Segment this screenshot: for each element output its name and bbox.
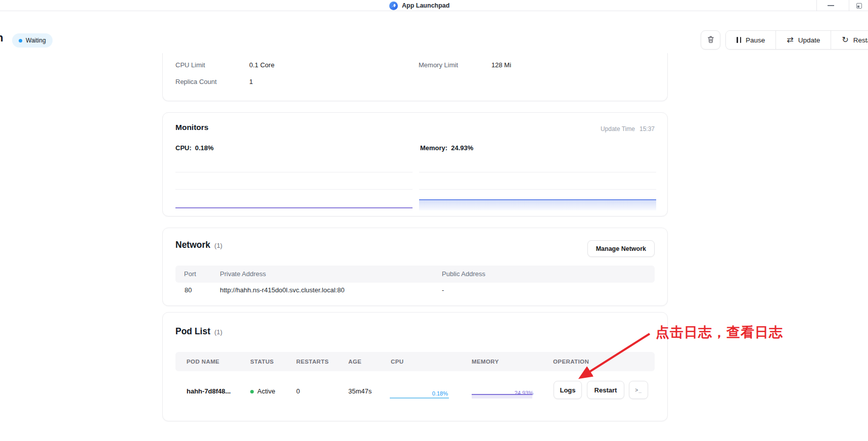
delete-app-button[interactable] bbox=[701, 30, 720, 50]
private-address-value: http://hahh.ns-r415do0l.svc.cluster.loca… bbox=[220, 283, 344, 298]
update-label: Update bbox=[798, 36, 820, 44]
gridline bbox=[175, 189, 413, 190]
status-badge-label: Waiting bbox=[26, 37, 46, 44]
monitors-update-time: Update Time 15:37 bbox=[601, 125, 655, 133]
window-minimize-button[interactable] bbox=[820, 0, 841, 11]
manage-network-button[interactable]: Manage Network bbox=[587, 240, 655, 257]
window-title-bar: App Launchpad bbox=[0, 0, 868, 11]
monitors-card: Monitors Update Time 15:37 CPU: 0.18% Me… bbox=[162, 112, 668, 216]
cpu-sparkline-value: 0.18% bbox=[432, 390, 448, 396]
update-button[interactable]: ⇄ Update bbox=[776, 31, 831, 49]
status-badge: Waiting bbox=[12, 33, 53, 48]
app-title: App Launchpad bbox=[402, 2, 449, 9]
active-status-dot-icon bbox=[250, 390, 254, 393]
cpu-metric: CPU: 0.18% bbox=[175, 144, 214, 152]
memory-monitor-chart bbox=[419, 155, 656, 210]
update-time-label: Update Time bbox=[601, 125, 635, 133]
window-restore-button[interactable] bbox=[850, 0, 867, 11]
pod-list-card: Pod List (1) POD NAME STATUS RESTARTS AG… bbox=[162, 312, 668, 421]
monitors-title: Monitors bbox=[175, 123, 208, 132]
terminal-button[interactable]: >_ bbox=[629, 381, 648, 399]
port-value: 80 bbox=[185, 283, 192, 298]
replica-count-label: Replica Count bbox=[175, 78, 217, 85]
memory-chart-area-fill bbox=[419, 200, 656, 210]
titlebar-divider bbox=[849, 0, 849, 11]
pod-list-title: Pod List bbox=[175, 326, 210, 337]
app-actions-group: Pause ⇄ Update ↻ Restart bbox=[725, 30, 868, 50]
pause-icon bbox=[737, 37, 741, 43]
cpu-sparkline-line bbox=[390, 398, 449, 399]
memory-limit-value: 128 Mi bbox=[491, 61, 511, 69]
age-column-header: AGE bbox=[348, 352, 361, 371]
pod-cpu-sparkline: 0.18% bbox=[390, 383, 449, 400]
memory-metric-value: 24.93% bbox=[451, 144, 473, 152]
status-dot-icon bbox=[19, 39, 22, 42]
public-address-column-header: Public Address bbox=[442, 266, 485, 283]
network-card: Network (1) Manage Network Port Private … bbox=[162, 228, 668, 306]
memory-sparkline-value: 24.93% bbox=[515, 390, 533, 396]
app-launchpad-window: App Launchpad h Waiting Pause ⇄ Update ↻ bbox=[0, 0, 868, 441]
restart-button[interactable]: ↻ Restart bbox=[831, 31, 868, 49]
cpu-metric-label: CPU: bbox=[175, 144, 192, 152]
pod-list-count: (1) bbox=[214, 328, 222, 336]
pod-name-column-header: POD NAME bbox=[187, 352, 219, 371]
titlebar-divider bbox=[816, 0, 817, 11]
network-title: Network bbox=[175, 240, 210, 250]
pod-table-header: POD NAME STATUS RESTARTS AGE CPU MEMORY … bbox=[175, 352, 655, 371]
cpu-metric-value: 0.18% bbox=[195, 144, 214, 152]
pod-status: Active bbox=[250, 386, 275, 396]
cpu-limit-label: CPU Limit bbox=[175, 61, 205, 69]
trash-icon bbox=[707, 35, 715, 45]
restart-label: Restart bbox=[853, 36, 868, 44]
pod-memory-sparkline: 24.93% bbox=[472, 383, 532, 400]
network-title-group: Network (1) bbox=[175, 240, 222, 250]
app-title-group: App Launchpad bbox=[389, 1, 449, 11]
memory-metric-label: Memory: bbox=[420, 144, 447, 152]
logs-button[interactable]: Logs bbox=[554, 381, 582, 399]
gridline bbox=[419, 189, 656, 190]
cpu-limit-value: 0.1 Core bbox=[249, 61, 275, 69]
public-address-value: - bbox=[442, 283, 444, 298]
memory-limit-label: Memory Limit bbox=[419, 61, 458, 69]
minimize-icon bbox=[828, 5, 834, 6]
status-column-header: STATUS bbox=[250, 352, 274, 371]
app-name-partial: h bbox=[0, 31, 3, 45]
update-arrows-icon: ⇄ bbox=[787, 36, 793, 44]
memory-chart-line bbox=[419, 199, 656, 200]
restart-icon: ↻ bbox=[842, 36, 848, 44]
network-count: (1) bbox=[214, 242, 222, 249]
operation-column-header: OPERATION bbox=[553, 352, 589, 371]
private-address-column-header: Private Address bbox=[220, 266, 266, 283]
pod-name-value: hahh-7d8f48... bbox=[187, 386, 231, 396]
network-table-header: Port Private Address Public Address bbox=[175, 266, 655, 283]
replica-count-value: 1 bbox=[249, 78, 253, 85]
cpu-chart-line bbox=[175, 207, 413, 208]
overview-card: CPU Limit 0.1 Core Memory Limit 128 Mi R… bbox=[162, 53, 668, 101]
pod-status-label: Active bbox=[257, 386, 275, 396]
app-launchpad-icon bbox=[389, 2, 398, 10]
pod-restarts-value: 0 bbox=[296, 386, 300, 396]
update-time-value: 15:37 bbox=[639, 125, 655, 133]
memory-metric: Memory: 24.93% bbox=[420, 144, 473, 152]
memory-column-header: MEMORY bbox=[472, 352, 499, 371]
pause-label: Pause bbox=[746, 36, 765, 44]
port-column-header: Port bbox=[184, 266, 196, 283]
restarts-column-header: RESTARTS bbox=[296, 352, 329, 371]
pod-restart-button[interactable]: Restart bbox=[587, 381, 624, 399]
annotation-text: 点击日志，查看日志 bbox=[656, 323, 783, 341]
cpu-column-header: CPU bbox=[391, 352, 403, 371]
pause-button[interactable]: Pause bbox=[726, 31, 776, 49]
pod-list-title-group: Pod List (1) bbox=[175, 326, 222, 337]
restore-window-icon bbox=[856, 3, 862, 9]
pod-age-value: 35m47s bbox=[348, 386, 372, 396]
gridline bbox=[419, 172, 656, 172]
gridline bbox=[175, 172, 413, 172]
cpu-monitor-chart bbox=[175, 155, 413, 210]
